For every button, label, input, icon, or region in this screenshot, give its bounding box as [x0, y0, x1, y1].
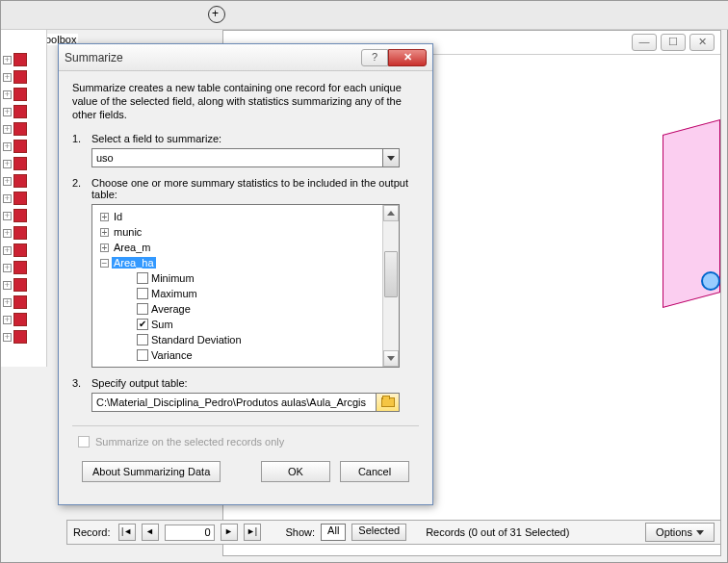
close-button[interactable]: ✕	[388, 49, 427, 66]
expand-icon[interactable]: +	[100, 243, 109, 252]
record-navigation-bar: Record: |◄ ◄ ► ►| Show: All Selected Rec…	[66, 520, 721, 545]
zoom-in-icon[interactable]	[208, 6, 225, 23]
stat-sum[interactable]: Sum	[96, 317, 378, 332]
collapse-icon[interactable]: −	[100, 259, 109, 268]
chevron-down-icon	[696, 530, 704, 535]
map-marker	[701, 271, 720, 291]
separator	[72, 425, 419, 426]
toolbox-item[interactable]: +	[3, 155, 44, 172]
summarize-field-combo[interactable]	[91, 148, 400, 167]
toolbox-item[interactable]: +	[3, 207, 44, 224]
checkbox[interactable]	[137, 334, 148, 345]
options-button[interactable]: Options	[645, 523, 715, 542]
summarize-dialog: Summarize ? ✕ Summarize creates a new ta…	[58, 43, 433, 505]
cancel-button[interactable]: Cancel	[340, 461, 409, 482]
statistics-tree: +Id +munic +Area_m −Area_ha Minimum Maxi…	[91, 204, 400, 368]
scroll-down-button[interactable]	[383, 350, 399, 367]
toolbox-item[interactable]: +	[3, 138, 44, 155]
help-button[interactable]: ?	[361, 49, 388, 66]
tree-field-id[interactable]: +Id	[96, 209, 378, 224]
toolbox-item[interactable]: +	[3, 172, 44, 190]
first-record-button[interactable]: |◄	[118, 524, 136, 541]
checkbox[interactable]	[137, 288, 148, 299]
checkbox[interactable]	[137, 303, 148, 315]
stat-average[interactable]: Average	[96, 301, 378, 317]
record-number-input[interactable]	[165, 525, 215, 541]
folder-icon	[381, 397, 395, 407]
checkbox[interactable]	[137, 272, 148, 284]
toolbox-item[interactable]: +	[3, 311, 44, 328]
dialog-intro-text: Summarize creates a new table containing…	[72, 81, 419, 121]
toolbox-item[interactable]: +	[3, 328, 44, 345]
stat-variance[interactable]: Variance	[96, 347, 378, 363]
dialog-titlebar[interactable]: Summarize ? ✕	[59, 44, 432, 71]
toolbox-item[interactable]: +	[3, 51, 44, 68]
record-label: Record:	[73, 526, 111, 538]
tree-field-area-m[interactable]: +Area_m	[96, 240, 378, 255]
tree-scrollbar[interactable]	[382, 205, 399, 367]
chevron-down-icon	[387, 156, 395, 161]
toolbox-item[interactable]: +	[3, 276, 44, 294]
arctoolbox-tree: + + + + + + + + + + + + + + + + +	[1, 30, 47, 367]
prev-record-button[interactable]: ◄	[142, 524, 159, 541]
step3-number: 3.	[72, 377, 86, 389]
toolbox-item[interactable]: +	[3, 120, 44, 138]
about-summarizing-button[interactable]: About Summarizing Data	[82, 461, 221, 482]
step2-label: Choose one or more summary statistics to…	[91, 177, 419, 200]
combo-dropdown-button[interactable]	[382, 148, 400, 167]
show-selected-button[interactable]: Selected	[351, 524, 406, 541]
close-button[interactable]: ✕	[689, 34, 715, 51]
show-label: Show:	[286, 526, 316, 538]
stat-maximum[interactable]: Maximum	[96, 286, 378, 301]
show-all-button[interactable]: All	[321, 524, 346, 541]
toolbox-item[interactable]: +	[3, 242, 44, 259]
toolbox-item[interactable]: +	[3, 68, 44, 86]
step1-number: 1.	[72, 133, 86, 144]
main-toolbar	[1, 1, 728, 30]
checkbox-checked[interactable]	[137, 319, 148, 330]
toolbox-item[interactable]: +	[3, 294, 44, 311]
checkbox-disabled	[78, 436, 90, 448]
chevron-down-icon	[387, 356, 395, 361]
ok-button[interactable]: OK	[261, 461, 330, 482]
toolbox-item[interactable]: +	[3, 224, 44, 242]
next-record-button[interactable]: ►	[221, 524, 238, 541]
stat-stddev[interactable]: Standard Deviation	[96, 332, 378, 347]
browse-button[interactable]	[377, 393, 400, 412]
summarize-selected-only-row: Summarize on the selected records only	[78, 436, 419, 448]
step1-label: Select a field to summarize:	[91, 133, 419, 144]
records-count-text: Records (0 out of 31 Selected)	[426, 526, 569, 538]
options-label: Options	[656, 526, 692, 538]
step3-label: Specify output table:	[91, 377, 419, 389]
summarize-selected-only-label: Summarize on the selected records only	[95, 436, 284, 448]
stat-minimum[interactable]: Minimum	[96, 270, 378, 286]
dialog-title: Summarize	[65, 51, 361, 64]
tree-field-area-ha[interactable]: −Area_ha	[96, 255, 378, 270]
minimize-button[interactable]: —	[632, 34, 657, 51]
toolbox-item[interactable]: +	[3, 86, 44, 103]
expand-icon[interactable]: +	[100, 228, 109, 237]
maximize-button[interactable]: ☐	[661, 34, 686, 51]
output-path-input[interactable]	[91, 393, 377, 412]
toolbox-item[interactable]: +	[3, 190, 44, 207]
checkbox[interactable]	[137, 349, 148, 361]
expand-icon[interactable]: +	[100, 213, 109, 221]
last-record-button[interactable]: ►|	[244, 524, 261, 541]
chevron-up-icon	[387, 211, 395, 216]
step2-number: 2.	[72, 177, 86, 200]
toolbox-item[interactable]: +	[3, 103, 44, 120]
summarize-field-input[interactable]	[91, 148, 382, 167]
tree-field-munic[interactable]: +munic	[96, 224, 378, 240]
scroll-thumb[interactable]	[384, 251, 398, 297]
toolbox-item[interactable]: +	[3, 259, 44, 276]
scroll-up-button[interactable]	[383, 205, 399, 221]
